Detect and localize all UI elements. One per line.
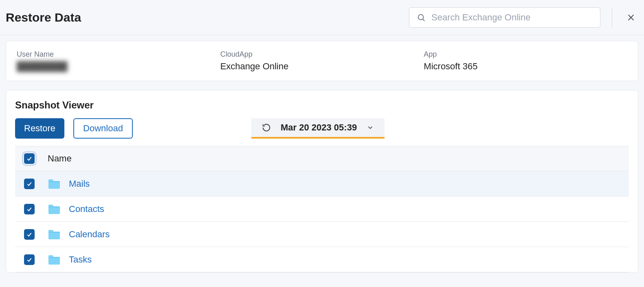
divider xyxy=(612,8,612,27)
refresh-icon xyxy=(262,123,271,132)
info-label-user: User Name xyxy=(17,50,220,59)
content: User Name ████████ CloudApp Exchange Onl… xyxy=(0,35,644,278)
info-value-app: Microsoft 365 xyxy=(424,61,627,72)
check-icon xyxy=(26,231,33,238)
check-icon xyxy=(26,155,33,162)
folder-icon xyxy=(48,228,64,241)
row-name[interactable]: Contacts xyxy=(69,204,104,214)
snapshot-date-picker[interactable]: Mar 20 2023 05:39 xyxy=(251,118,385,139)
restore-button[interactable]: Restore xyxy=(15,118,64,139)
check-icon xyxy=(26,206,33,212)
table-row[interactable]: Contacts xyxy=(15,196,629,222)
check-icon xyxy=(26,181,33,187)
row-name[interactable]: Tasks xyxy=(69,254,92,265)
snapshot-card: Snapshot Viewer Restore Download Mar 20 … xyxy=(6,90,638,273)
folder-icon xyxy=(48,203,64,216)
info-col-user: User Name ████████ xyxy=(17,50,220,72)
close-icon xyxy=(626,13,635,22)
folder-icon xyxy=(48,253,64,266)
info-value-cloudapp: Exchange Online xyxy=(220,61,424,72)
table-row[interactable]: Calendars xyxy=(15,222,629,247)
info-card: User Name ████████ CloudApp Exchange Onl… xyxy=(6,41,638,81)
snapshot-title: Snapshot Viewer xyxy=(15,99,629,111)
row-checkbox[interactable] xyxy=(24,254,35,265)
info-label-app: App xyxy=(424,50,627,59)
info-col-cloudapp: CloudApp Exchange Online xyxy=(220,50,424,72)
page-title: Restore Data xyxy=(6,11,81,24)
table-header: Name xyxy=(15,146,629,171)
info-label-cloudapp: CloudApp xyxy=(220,50,424,59)
info-col-app: App Microsoft 365 xyxy=(424,50,627,72)
info-value-user: ████████ xyxy=(17,61,68,72)
search-input-wrap[interactable] xyxy=(409,7,600,28)
table-row[interactable]: Mails xyxy=(15,171,629,196)
table-row[interactable]: Tasks xyxy=(15,247,629,272)
close-button[interactable] xyxy=(624,10,638,25)
folder-icon xyxy=(48,177,64,190)
row-checkbox[interactable] xyxy=(24,204,35,214)
select-all-checkbox[interactable] xyxy=(24,153,35,164)
row-name[interactable]: Mails xyxy=(69,179,90,189)
column-header-name: Name xyxy=(48,153,72,164)
snapshot-date-text: Mar 20 2023 05:39 xyxy=(281,122,357,133)
topbar-right xyxy=(409,7,638,28)
row-checkbox[interactable] xyxy=(24,179,35,189)
snapshot-toolbar: Restore Download Mar 20 2023 05:39 xyxy=(15,118,629,139)
top-bar: Restore Data xyxy=(0,0,644,35)
svg-line-1 xyxy=(423,19,424,20)
row-checkbox[interactable] xyxy=(24,229,35,240)
search-icon xyxy=(417,13,426,22)
search-input[interactable] xyxy=(431,12,593,23)
chevron-down-icon xyxy=(367,124,374,131)
row-name[interactable]: Calendars xyxy=(69,229,110,240)
svg-point-0 xyxy=(418,14,424,20)
check-icon xyxy=(26,256,33,263)
download-button[interactable]: Download xyxy=(73,118,133,139)
snapshot-table: Name MailsContactsCalendarsTasks xyxy=(15,146,629,272)
